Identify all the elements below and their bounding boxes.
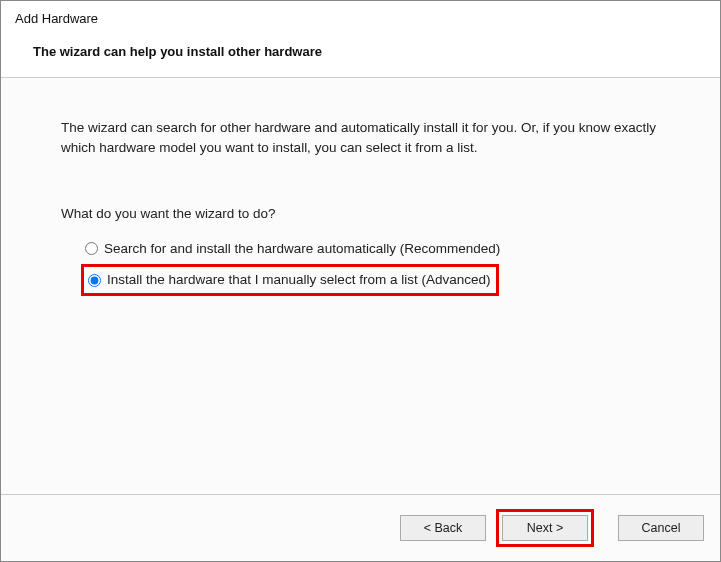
dialog-subtitle: The wizard can help you install other ha… [33,44,706,59]
next-button-highlight: Next > [496,509,594,547]
radio-automatic-label[interactable]: Search for and install the hardware auto… [104,239,500,259]
next-button[interactable]: Next > [502,515,588,541]
cancel-button[interactable]: Cancel [618,515,704,541]
add-hardware-dialog: Add Hardware The wizard can help you ins… [0,0,721,562]
option-automatic[interactable]: Search for and install the hardware auto… [81,236,660,262]
back-button[interactable]: < Back [400,515,486,541]
dialog-footer: < Back Next > Cancel [1,494,720,561]
radio-automatic[interactable] [85,242,98,255]
question-text: What do you want the wizard to do? [61,204,660,224]
dialog-body: The wizard can search for other hardware… [1,78,720,494]
radio-manual[interactable] [88,274,101,287]
dialog-title: Add Hardware [15,11,706,26]
option-manual[interactable]: Install the hardware that I manually sel… [81,264,499,296]
radio-manual-label[interactable]: Install the hardware that I manually sel… [107,270,490,290]
radio-group: Search for and install the hardware auto… [81,236,660,299]
intro-text: The wizard can search for other hardware… [61,118,660,159]
dialog-header: Add Hardware The wizard can help you ins… [1,1,720,78]
